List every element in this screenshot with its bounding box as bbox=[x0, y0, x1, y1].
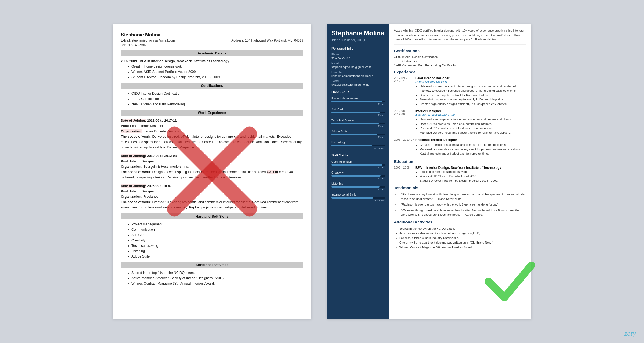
cert-title: Certifications bbox=[394, 49, 526, 53]
resume-right-wrapper: Stephanie Molina Interior Designer, CIDQ… bbox=[327, 24, 531, 319]
list-item: Used CAD to create 40+ high-end, compell… bbox=[420, 122, 526, 126]
exp-bullets: Delivered inspired, efficient interior d… bbox=[415, 84, 526, 106]
list-item: Winner, Contract Magazine 38th Annual In… bbox=[399, 245, 526, 250]
left-academic-bullets: Great in home design coursework. Winner,… bbox=[121, 64, 303, 80]
exp-date: 2010-08 - 2012-08 bbox=[394, 109, 414, 116]
right-title: Interior Designer, CIDQ bbox=[331, 38, 385, 42]
list-item: Several of my projects written up favora… bbox=[420, 97, 526, 102]
skill-label: Project Management bbox=[331, 97, 385, 100]
skill-label: AutoCad bbox=[331, 108, 385, 111]
experience-list: 2012-09 - 2017-11Lead Interior DesignerR… bbox=[394, 76, 526, 156]
list-item: Delivered inspired, efficient interior d… bbox=[420, 84, 526, 93]
skill-label: Adobe Suite bbox=[331, 130, 385, 133]
skill-level-label: Expert bbox=[331, 125, 385, 128]
skill-bar-bg bbox=[331, 164, 385, 166]
list-item: Created 10 exciting residential and comm… bbox=[420, 143, 526, 147]
testimonial-item: "We never thought we'd be able to leave … bbox=[398, 208, 526, 217]
soft-skills-title: Soft Skills bbox=[331, 153, 385, 157]
testimonial-item: "Radisson is over-the-top happy with the… bbox=[398, 202, 526, 207]
exp-body: Freelance Interior DesignerCreated 10 ex… bbox=[415, 138, 526, 156]
email-label: E-mail bbox=[331, 62, 385, 65]
work-date-3: Date of Joining: 2006 to 2010-07 bbox=[121, 183, 303, 189]
left-email: E-Mail: stephanieqmolina@gmail.com bbox=[121, 39, 175, 42]
linkedin-value: linkedin.com/in/stephanieqmolin bbox=[331, 74, 385, 77]
left-contact-row: E-Mail: stephanieqmolina@gmail.com Addre… bbox=[121, 39, 303, 42]
list-item: Student Director, Freedom by Design prog… bbox=[131, 74, 303, 80]
list-item: Panelist, Kitchen & Bath Industry Show 2… bbox=[399, 236, 526, 241]
list-item: Winner, ASID Student Portfolio Award 200… bbox=[131, 69, 303, 74]
right-name: Stephanie Molina bbox=[331, 29, 385, 37]
list-item: Winner, ASID Student Portfolio Award 200… bbox=[420, 174, 526, 178]
edu-body: BFA in Interior Design, New York Institu… bbox=[415, 166, 526, 183]
exp-bullets: Designed awe-inspiring interiors for res… bbox=[415, 117, 526, 135]
left-name: Stephanie Molina bbox=[121, 32, 303, 38]
skill-bar-fill bbox=[331, 112, 380, 113]
exp-date: 2012-09 - 2017-11 bbox=[394, 76, 414, 83]
skill-bar-fill bbox=[331, 134, 377, 135]
exp-job-title: Freelance Interior Designer bbox=[415, 138, 526, 142]
skill-bar-bg bbox=[331, 101, 385, 102]
list-item: Active member, American Society of Inter… bbox=[399, 231, 526, 236]
exp-company: Renée Doherty Designs bbox=[415, 80, 526, 83]
additional-list: Scored in the top 1% on the NCIDQ exam.A… bbox=[394, 226, 526, 250]
hard-skill-item: BudgetingAdvanced bbox=[331, 141, 385, 150]
cert-item: CIDQ Interior Design Certification bbox=[394, 55, 526, 58]
exp-bullets: Created 10 exciting residential and comm… bbox=[415, 143, 526, 156]
skill-level-label: Expert bbox=[331, 166, 385, 169]
edu-entry: 2005 - 2009BFA in Interior Design, New Y… bbox=[394, 166, 526, 183]
testimonial-item: "Stephanie is a joy to work with. Her de… bbox=[398, 192, 526, 201]
skill-label: Technical Drawing bbox=[331, 119, 385, 122]
list-item: Managed vendors, reps, and subcontractor… bbox=[420, 131, 526, 135]
skill-bar-fill bbox=[331, 164, 382, 166]
skill-bar-bg bbox=[331, 134, 385, 135]
skill-bar-bg bbox=[331, 145, 385, 146]
exp-date: 2006 - 2010-07 bbox=[394, 138, 414, 141]
hard-skill-item: Project ManagementExpert bbox=[331, 97, 385, 106]
list-item: Adobe Suite bbox=[131, 254, 303, 259]
left-activities-list: Scored in the top 1% on the NCIDQ exam. … bbox=[121, 270, 303, 286]
twitter-label: Twitter bbox=[331, 80, 385, 83]
work-scope-2: The scope of work: Designed awe-inspirin… bbox=[121, 169, 303, 180]
left-work-entry-3: Date of Joining: 2006 to 2010-07 Post: I… bbox=[121, 183, 303, 210]
work-scope-1: The scope of work: Delivered inspired, e… bbox=[121, 134, 303, 150]
zety-watermark: zety bbox=[624, 329, 636, 338]
list-item: CIDQ Interior Design Certification bbox=[131, 91, 303, 96]
list-item: Scored the re-compete contract for Radis… bbox=[420, 93, 526, 98]
summary: Award-winning, CIDQ certified interior d… bbox=[394, 28, 526, 45]
exp-entry: 2012-09 - 2017-11Lead Interior DesignerR… bbox=[394, 76, 526, 106]
twitter-value: twitter.com/stephanieqmolina bbox=[331, 83, 385, 86]
hard-skill-item: Technical DrawingExpert bbox=[331, 119, 385, 128]
skill-bar-bg bbox=[331, 175, 385, 177]
work-org-1: Organization: Renee Doherty Designs bbox=[121, 129, 303, 134]
skill-bar-fill bbox=[331, 145, 372, 146]
list-item: AutoCad bbox=[131, 232, 303, 238]
cert-item: LEED Certification bbox=[394, 59, 526, 63]
skill-bar-fill bbox=[331, 175, 381, 177]
soft-skill-item: CommunicationExpert bbox=[331, 160, 385, 169]
linkedin-label: LinkedIn bbox=[331, 71, 385, 74]
soft-skill-item: CreativityExpert bbox=[331, 171, 385, 180]
left-activities-header: Additional activities bbox=[121, 262, 303, 268]
work-org-3: Organization: Freelance bbox=[121, 194, 303, 199]
list-item: Scored in the top 1% on the NCIDQ exam. bbox=[131, 270, 303, 275]
hard-skills-list: Project ManagementExpertAutoCadExpertTec… bbox=[331, 97, 385, 150]
list-item: Received 99% positive client feedback in… bbox=[420, 126, 526, 131]
soft-skills-list: CommunicationExpertCreativityExpertListe… bbox=[331, 160, 385, 202]
phone-label: Phone bbox=[331, 53, 385, 56]
testimonials-title: Testimonials bbox=[394, 185, 526, 190]
skill-level-label: Expert bbox=[331, 177, 385, 180]
left-skills-list: Project management Communication AutoCad… bbox=[121, 222, 303, 259]
cert-list: CIDQ Interior Design CertificationLEED C… bbox=[394, 55, 526, 67]
resume-left: Stephanie Molina E-Mail: stephanieqmolin… bbox=[113, 24, 311, 319]
work-date-1: Date of Joining: 2012-09 to 2017-11 bbox=[121, 118, 303, 123]
left-resume-header: Stephanie Molina E-Mail: stephanieqmolin… bbox=[121, 32, 303, 47]
work-org-2: Organization: Bourgoin & Hess Interiors,… bbox=[121, 164, 303, 169]
additional-title: Additional Activities bbox=[394, 220, 526, 224]
left-work-entry-1: Date of Joining: 2012-09 to 2017-11 Post… bbox=[121, 118, 303, 150]
email-value: stephanieqmolina@gmail.com bbox=[331, 65, 385, 69]
education-list: 2005 - 2009BFA in Interior Design, New Y… bbox=[394, 166, 526, 183]
skill-bar-fill bbox=[331, 101, 382, 102]
list-item: Excelled in home design coursework. bbox=[420, 170, 526, 174]
soft-skill-item: Interpersonal SkillsAdvanced bbox=[331, 193, 385, 202]
work-date-2: Date of Joining: 2010-08 to 2012-08 bbox=[121, 153, 303, 159]
